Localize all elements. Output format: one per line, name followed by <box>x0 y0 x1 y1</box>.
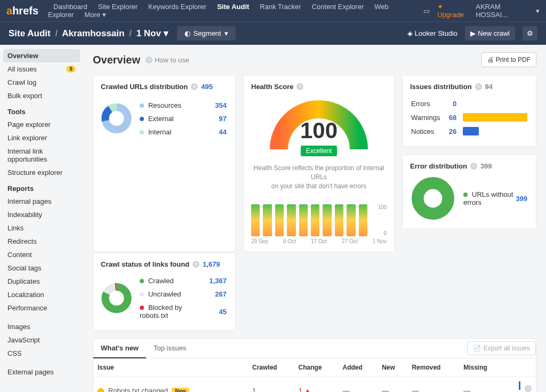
gear-icon: ⚙ <box>527 29 533 37</box>
device-icon[interactable]: ▭ <box>423 7 430 15</box>
upgrade-link[interactable]: ✦ Upgrade <box>437 3 468 19</box>
page-title: Overview <box>93 54 140 66</box>
tab-top-issues[interactable]: Top issues <box>146 339 194 358</box>
sidebar-item-bulk-export[interactable]: Bulk export <box>0 89 83 102</box>
looker-studio-link[interactable]: ◈ Looker Studio <box>407 29 457 37</box>
nav-content-explorer[interactable]: Content Explorer <box>312 3 364 11</box>
crumb-project[interactable]: Akramhossain <box>62 28 124 38</box>
svg-point-4 <box>417 183 448 213</box>
breadcrumb: Site Audit / Akramhossain / 1 Nov ▾ <box>9 28 168 39</box>
nav-site-explorer[interactable]: Site Explorer <box>98 3 138 11</box>
sidebar-item-localization[interactable]: Localization <box>0 288 83 301</box>
issues-distribution-card: Issues distribution ? 94 Errors0Warnings… <box>402 75 536 147</box>
sidebar-item-social-tags[interactable]: Social tags <box>0 261 83 275</box>
help-icon[interactable]: ? <box>475 83 482 90</box>
nav-more[interactable]: More ▾ <box>84 11 106 19</box>
help-icon[interactable]: ? <box>525 385 532 392</box>
nav-keywords-explorer[interactable]: Keywords Explorer <box>148 3 206 11</box>
sidebar-item-performance[interactable]: Performance <box>0 301 83 315</box>
export-all-issues-button[interactable]: 📄 Export all issues <box>467 341 536 355</box>
help-icon[interactable]: ? <box>296 83 303 90</box>
logo[interactable]: ahrefs <box>6 5 38 17</box>
help-icon[interactable]: ? <box>192 261 199 268</box>
sidebar-item-link-explorer[interactable]: Link explorer <box>0 131 83 145</box>
new-crawl-button[interactable]: ▶ New crawl <box>465 26 515 41</box>
sidebar-item-links[interactable]: Links <box>0 221 83 235</box>
sub-nav: Site Audit / Akramhossain / 1 Nov ▾ ◐ Se… <box>0 21 546 45</box>
crawled-urls-total[interactable]: 495 <box>201 83 213 91</box>
sidebar-item-duplicates[interactable]: Duplicates <box>0 275 83 288</box>
sidebar-item-crawl-log[interactable]: Crawl log <box>0 76 83 89</box>
whats-new-card: What's new Top issues 📄 Export all issue… <box>93 338 536 392</box>
sidebar-item-all-issues[interactable]: All issues8 <box>0 62 83 76</box>
error-distribution-card: Error distribution ? 399 URLs without er… <box>402 154 536 229</box>
sidebar-item-structure-explorer[interactable]: Structure explorer <box>0 166 83 179</box>
crawl-status-card: Crawl status of links found ? 1,679 Craw… <box>93 252 236 331</box>
top-nav: ahrefs DashboardSite ExplorerKeywords Ex… <box>0 0 546 21</box>
sidebar-item-content[interactable]: Content <box>0 248 83 261</box>
how-to-use-link[interactable]: ? How to use <box>146 56 189 64</box>
sidebar-item-internal-pages[interactable]: Internal pages <box>0 195 83 208</box>
sidebar-item-redirects[interactable]: Redirects <box>0 235 83 248</box>
nav-dashboard[interactable]: Dashboard <box>53 3 87 11</box>
sidebar-item-images[interactable]: Images <box>0 320 83 333</box>
sidebar-item-css[interactable]: CSS <box>0 347 83 360</box>
segment-dropdown[interactable]: ◐ Segment ▾ <box>177 26 236 41</box>
print-pdf-button[interactable]: 🖨 Print to PDF <box>481 52 536 67</box>
sidebar-item-external-pages[interactable]: External pages <box>0 365 83 379</box>
sidebar-item-page-explorer[interactable]: Page explorer <box>0 118 83 131</box>
settings-button[interactable]: ⚙ <box>523 26 537 41</box>
crawl-status-donut <box>101 276 132 321</box>
health-history-chart: 1000 <box>251 198 387 236</box>
crumb-date[interactable]: 1 Nov ▾ <box>136 28 168 38</box>
chevron-down-icon[interactable]: ▾ <box>536 7 540 15</box>
nav-rank-tracker[interactable]: Rank Tracker <box>260 3 301 11</box>
health-score-card: Health Score ? 100 Excellent Health Scor… <box>243 75 395 252</box>
help-icon[interactable]: ? <box>191 83 198 90</box>
tab-whats-new[interactable]: What's new <box>93 339 146 358</box>
health-badge: Excellent <box>301 146 338 156</box>
sidebar: OverviewAll issues8Crawl logBulk exportT… <box>0 45 83 392</box>
help-icon[interactable]: ? <box>470 163 477 170</box>
topnav-links: DashboardSite ExplorerKeywords ExplorerS… <box>48 3 423 19</box>
main-content: Overview ? How to use 🖨 Print to PDF Cra… <box>83 45 546 392</box>
warning-icon <box>98 388 104 392</box>
issue-row[interactable]: Robots.txt changed New 1 1 ▲ — — — — ? ⋮ <box>93 377 536 392</box>
health-score-value: 100 <box>251 118 387 143</box>
sidebar-item-indexability[interactable]: Indexability <box>0 208 83 221</box>
nav-site-audit[interactable]: Site Audit <box>217 3 249 11</box>
help-icon: ? <box>146 57 152 63</box>
error-dist-donut <box>410 175 456 221</box>
crawled-urls-card: Crawled URLs distribution ? 495 Resource… <box>93 75 236 252</box>
user-menu[interactable]: AKRAM HOSSAI... <box>476 3 528 19</box>
sidebar-item-internal-link-opportunities[interactable]: Internal link opportunities <box>0 145 83 166</box>
crumb-site-audit[interactable]: Site Audit <box>9 28 51 38</box>
sidebar-item-javascript[interactable]: JavaScript <box>0 333 83 347</box>
crawled-urls-donut <box>101 96 132 141</box>
sidebar-item-overview[interactable]: Overview <box>3 49 80 62</box>
